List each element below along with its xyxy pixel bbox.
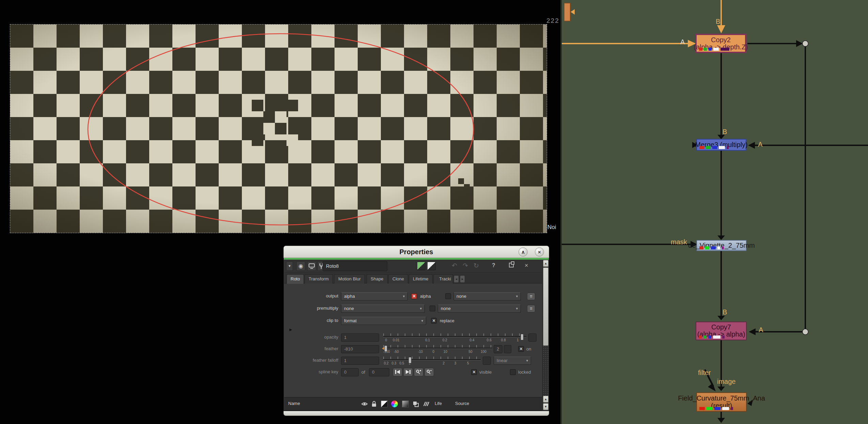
alpha-channel-label: alpha	[420, 294, 431, 299]
opacity-input[interactable]: 1	[341, 333, 379, 342]
spline-key-total-input[interactable]: 0	[369, 368, 389, 376]
motion-blur-icon[interactable]	[422, 401, 429, 407]
feather-input[interactable]: -810	[341, 345, 379, 353]
locked-checkbox[interactable]	[510, 369, 516, 375]
spline-key-input[interactable]: 0	[341, 368, 359, 376]
shape-color-swatch[interactable]	[417, 262, 425, 270]
input-label-b: B	[716, 18, 720, 26]
node-partial-offscreen[interactable]	[564, 3, 571, 21]
lock-icon[interactable]	[371, 401, 377, 407]
layers-icon[interactable]	[412, 401, 419, 407]
node-vignette[interactable]: de_Vignette_2_75mm	[696, 240, 747, 251]
output-second-dropdown[interactable]: none ▼	[453, 292, 521, 300]
help-icon[interactable]: ?	[492, 262, 495, 268]
falloff-mini-box[interactable]	[483, 357, 491, 365]
redo-icon[interactable]: ↷	[463, 262, 468, 270]
frame-label: 222	[546, 17, 559, 25]
node-name-input[interactable]: Roto8	[323, 261, 387, 271]
opacity-label: opacity	[324, 335, 338, 340]
delete-key-button[interactable]	[424, 368, 434, 376]
shape-list-header: Name Life Source	[284, 397, 542, 411]
clip-to-row: clip to format ▼ × replace	[284, 316, 542, 325]
tab-roto[interactable]: Roto	[286, 274, 304, 284]
prev-key-button[interactable]	[393, 368, 402, 376]
premultiply-dropdown[interactable]: none ▼	[341, 305, 425, 313]
output-alpha-checkbox[interactable]: ×	[411, 293, 417, 299]
falloff-mode-dropdown[interactable]: linear ▼	[494, 357, 531, 365]
opacity-slider[interactable]: 0 0.01 0.1 0.2 0.4 0.6 0.8 1	[383, 333, 526, 342]
input-label-b: B	[723, 128, 727, 136]
overlay-color-swatch[interactable]	[427, 262, 436, 270]
node-copy2[interactable]: Copy2 (alpha -> depth.Z)	[695, 34, 746, 53]
feather-falloff-row: feather falloff 1 0.2 0.3 0.5 1 2 3 5 li…	[284, 356, 542, 365]
feather-falloff-slider[interactable]: 0.2 0.3 0.5 1 2 3 5	[383, 356, 481, 365]
curve-editor-icon[interactable]	[307, 261, 316, 271]
scrollbar-up2-icon[interactable]: ▲	[543, 396, 548, 403]
input-label-a: A	[758, 141, 762, 148]
chevron-down-icon: ▼	[515, 305, 518, 312]
color-wheel-icon[interactable]	[391, 401, 398, 407]
channel-chips	[699, 336, 725, 339]
properties-titlebar[interactable]: Properties ∧ ×	[283, 246, 549, 258]
partial-node-input-arrow	[570, 9, 575, 15]
clip-to-dropdown[interactable]: format ▼	[341, 317, 426, 325]
add-key-button[interactable]	[414, 368, 423, 376]
scrollbar-thumb[interactable]	[543, 267, 548, 346]
node-merge3[interactable]: Merge3 (multiply)	[696, 139, 746, 151]
tab-tracking[interactable]: Tracki	[433, 274, 453, 283]
opacity-slider-handle[interactable]	[521, 334, 524, 340]
feather-slider-handle[interactable]	[384, 345, 387, 352]
viewed-node-label: Noi	[547, 224, 560, 231]
scrollbar-up-icon[interactable]: ▲	[543, 260, 548, 267]
properties-window[interactable]: Properties ∧ × ▼ ◉ Roto8 ↶ ↷ ↻ ? ×	[283, 246, 549, 416]
gradient-swatch-icon[interactable]	[402, 401, 409, 407]
next-key-button[interactable]	[403, 368, 413, 376]
opacity-mini-box[interactable]	[528, 333, 537, 342]
tab-motion-blur[interactable]: Motion Blur	[334, 274, 365, 283]
output-row: output alpha ▼ × alpha none ▼ =	[284, 292, 542, 301]
second-channel-checkbox[interactable]	[445, 293, 451, 299]
center-node-icon[interactable]: ◉	[296, 261, 305, 271]
life-column-label: Life	[435, 401, 442, 406]
output-equals-button[interactable]: =	[527, 293, 535, 300]
float-window-icon[interactable]	[509, 263, 514, 267]
node-field-curvature[interactable]: Field_Curvature_75mm_Ana (result)	[696, 392, 747, 412]
node-copy7[interactable]: Copy7 (alpha -> alpha)	[696, 322, 747, 340]
window-bottom-edge	[283, 411, 549, 416]
node-graph-panel[interactable]: Copy2 (alpha -> depth.Z) Merge3 (multipl…	[560, 0, 868, 424]
output-dropdown[interactable]: alpha ▼	[341, 292, 408, 300]
matte-swatch-icon[interactable]	[381, 401, 388, 407]
channel-chips	[699, 246, 724, 249]
premultiply-equals-button[interactable]: =	[527, 305, 535, 312]
tab-lifetime[interactable]: Lifetime	[409, 274, 433, 283]
revert-icon[interactable]: ↻	[474, 262, 479, 270]
name-column-label: Name	[288, 401, 300, 406]
feather-extra-box[interactable]: 2	[494, 345, 502, 353]
input-label-mask: mask	[671, 238, 687, 246]
feather-slider[interactable]: -100 -50 -10 0 10 50 100	[383, 345, 492, 354]
undo-icon[interactable]: ↶	[452, 262, 457, 270]
premultiply-second-dropdown[interactable]: none ▼	[438, 305, 521, 313]
properties-scrollbar[interactable]: ▲ ▲ ▼	[542, 260, 548, 411]
tab-transform[interactable]: Transform	[305, 274, 333, 283]
checkerboard-image[interactable]	[10, 25, 547, 233]
feather-on-checkbox[interactable]: ×	[518, 346, 524, 352]
tab-shape[interactable]: Shape	[367, 274, 388, 283]
tab-scroll-right-icon[interactable]: ▸	[460, 275, 465, 283]
feather-mini-box[interactable]	[504, 345, 511, 353]
tab-scroll-left-icon[interactable]: ◂	[454, 275, 459, 283]
eye-icon[interactable]	[361, 401, 368, 407]
replace-checkbox[interactable]: ×	[431, 318, 437, 324]
collapse-button[interactable]: ∧	[518, 247, 528, 257]
scrollbar-down-icon[interactable]: ▼	[543, 403, 548, 410]
feather-falloff-input[interactable]: 1	[341, 357, 379, 365]
panel-close-icon[interactable]: ×	[525, 262, 528, 269]
feather-falloff-slider-handle[interactable]	[408, 357, 412, 363]
visible-checkbox[interactable]: ×	[471, 369, 477, 375]
expander-icon[interactable]: ►	[289, 327, 293, 332]
opacity-row: opacity 1 0 0.01 0.1 0.2 0.4 0.6 0.8 1	[284, 333, 542, 342]
close-button[interactable]: ×	[535, 247, 544, 257]
node-menu-button[interactable]: ▼	[286, 261, 293, 271]
tab-clone[interactable]: Clone	[388, 274, 408, 283]
premultiply-checkbox[interactable]	[430, 306, 435, 311]
